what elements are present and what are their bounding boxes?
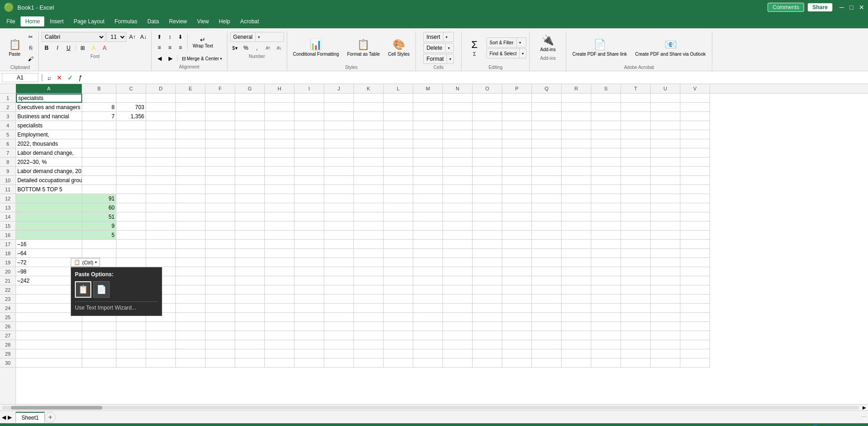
- cell-C27[interactable]: [116, 331, 146, 340]
- cell-R7[interactable]: [562, 148, 591, 158]
- align-top-btn[interactable]: ⬆: [154, 32, 164, 42]
- cell-Q13[interactable]: [532, 203, 562, 212]
- cell-R13[interactable]: [562, 203, 591, 212]
- cell-J19[interactable]: [324, 258, 354, 267]
- cell-H6[interactable]: [265, 139, 295, 148]
- cell-D4[interactable]: [146, 121, 176, 130]
- cell-I19[interactable]: [295, 258, 324, 267]
- col-header-b[interactable]: B: [82, 84, 116, 93]
- currency-btn[interactable]: $▾: [230, 43, 240, 53]
- cell-Q25[interactable]: [532, 313, 562, 322]
- cell-P10[interactable]: [502, 176, 532, 185]
- cell-O12[interactable]: [473, 194, 502, 203]
- cell-Q7[interactable]: [532, 148, 562, 158]
- row-number-10[interactable]: 10: [0, 176, 16, 185]
- cell-U19[interactable]: [651, 258, 680, 267]
- format-as-table-button[interactable]: 📋 Format as Table: [344, 37, 383, 59]
- cell-P23[interactable]: [502, 295, 532, 304]
- cell-E17[interactable]: [176, 240, 205, 249]
- cell-L20[interactable]: [384, 267, 413, 276]
- cell-C8[interactable]: [116, 158, 146, 167]
- fill-color-button[interactable]: A: [89, 43, 99, 53]
- cell-P24[interactable]: [502, 304, 532, 313]
- col-header-l[interactable]: L: [384, 84, 413, 93]
- cell-Q19[interactable]: [532, 258, 562, 267]
- cell-J29[interactable]: [324, 349, 354, 358]
- cell-I7[interactable]: [295, 148, 324, 158]
- cell-R1[interactable]: [562, 94, 591, 103]
- cell-K29[interactable]: [354, 349, 384, 358]
- cell-H5[interactable]: [265, 130, 295, 139]
- cell-G9[interactable]: [235, 167, 265, 176]
- cell-L3[interactable]: [384, 112, 413, 121]
- cell-L21[interactable]: [384, 276, 413, 285]
- cell-T8[interactable]: [621, 158, 651, 167]
- cell-E30[interactable]: [176, 358, 205, 368]
- cell-L7[interactable]: [384, 148, 413, 158]
- cell-H15[interactable]: [265, 221, 295, 231]
- cell-T18[interactable]: [621, 249, 651, 258]
- cell-R20[interactable]: [562, 267, 591, 276]
- cell-C26[interactable]: [116, 322, 146, 331]
- cell-J3[interactable]: [324, 112, 354, 121]
- cell-G20[interactable]: [235, 267, 265, 276]
- cell-M17[interactable]: [413, 240, 443, 249]
- cell-R3[interactable]: [562, 112, 591, 121]
- cell-P6[interactable]: [502, 139, 532, 148]
- cell-U16[interactable]: [651, 231, 680, 240]
- cell-E2[interactable]: [176, 103, 205, 112]
- cell-Q15[interactable]: [532, 221, 562, 231]
- cell-O14[interactable]: [473, 212, 502, 221]
- cell-T27[interactable]: [621, 331, 651, 340]
- cell-B18[interactable]: [82, 249, 116, 258]
- cell-B8[interactable]: [82, 158, 116, 167]
- cell-S13[interactable]: [591, 203, 621, 212]
- paste-icon-btn-2[interactable]: 📄: [93, 281, 110, 298]
- cell-B15[interactable]: 9: [82, 221, 116, 231]
- cell-T4[interactable]: [621, 121, 651, 130]
- cell-S23[interactable]: [591, 295, 621, 304]
- cell-Q21[interactable]: [532, 276, 562, 285]
- cell-L6[interactable]: [384, 139, 413, 148]
- cell-N4[interactable]: [443, 121, 473, 130]
- cell-V13[interactable]: [680, 203, 710, 212]
- cell-F15[interactable]: [205, 221, 235, 231]
- row-number-17[interactable]: 17: [0, 240, 16, 249]
- menu-page-layout[interactable]: Page Layout: [69, 16, 109, 26]
- cell-P4[interactable]: [502, 121, 532, 130]
- cell-S20[interactable]: [591, 267, 621, 276]
- cell-Q14[interactable]: [532, 212, 562, 221]
- cell-U18[interactable]: [651, 249, 680, 258]
- cell-J16[interactable]: [324, 231, 354, 240]
- cell-A6[interactable]: 2022, thousands: [16, 139, 82, 148]
- cell-J24[interactable]: [324, 304, 354, 313]
- cell-Q2[interactable]: [532, 103, 562, 112]
- col-header-a[interactable]: A: [16, 84, 82, 93]
- cell-I24[interactable]: [295, 304, 324, 313]
- cell-L24[interactable]: [384, 304, 413, 313]
- cell-S25[interactable]: [591, 313, 621, 322]
- cell-P17[interactable]: [502, 240, 532, 249]
- cell-O8[interactable]: [473, 158, 502, 167]
- cell-A30[interactable]: [16, 358, 82, 368]
- cell-F12[interactable]: [205, 194, 235, 203]
- cell-I25[interactable]: [295, 313, 324, 322]
- row-number-22[interactable]: 22: [0, 285, 16, 295]
- cell-N29[interactable]: [443, 349, 473, 358]
- col-header-c[interactable]: C: [116, 84, 146, 93]
- row-number-6[interactable]: 6: [0, 139, 16, 148]
- cell-S28[interactable]: [591, 340, 621, 349]
- cell-N7[interactable]: [443, 148, 473, 158]
- cell-C6[interactable]: [116, 139, 146, 148]
- cell-V29[interactable]: [680, 349, 710, 358]
- cell-N26[interactable]: [443, 322, 473, 331]
- cell-G2[interactable]: [235, 103, 265, 112]
- cell-J18[interactable]: [324, 249, 354, 258]
- cell-N28[interactable]: [443, 340, 473, 349]
- cell-S26[interactable]: [591, 322, 621, 331]
- col-header-h[interactable]: H: [265, 84, 295, 93]
- cell-M20[interactable]: [413, 267, 443, 276]
- cell-K18[interactable]: [354, 249, 384, 258]
- col-header-o[interactable]: O: [473, 84, 502, 93]
- cell-B29[interactable]: [82, 349, 116, 358]
